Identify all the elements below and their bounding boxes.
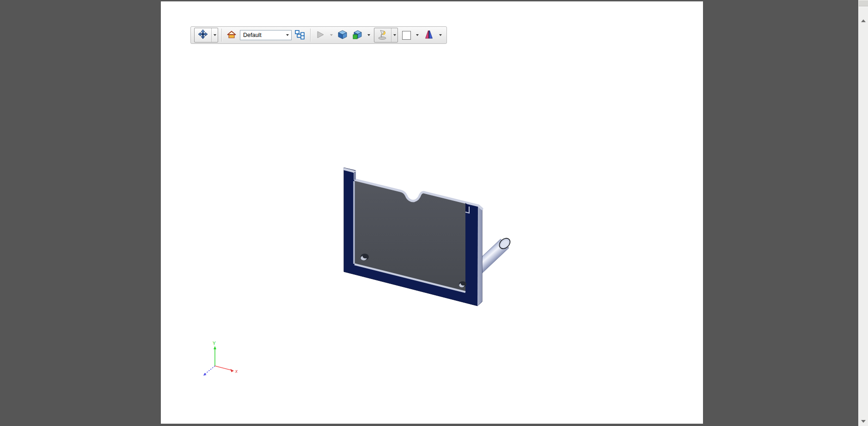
lighting-button-group [374, 28, 398, 43]
pan-button-group [194, 28, 218, 43]
cross-section-dropdown-button[interactable] [438, 28, 443, 42]
configuration-value: Default [240, 32, 283, 38]
orientation-triad: Y x [203, 341, 238, 376]
pan-button[interactable] [195, 28, 211, 42]
chevron-down-icon [439, 34, 442, 36]
chevron-down-icon [286, 34, 289, 36]
viewer-toolbar: Default [190, 26, 447, 44]
x-axis-label: x [235, 369, 238, 374]
model-viewport[interactable]: Y x [0, 0, 868, 426]
scrollbar-thumb[interactable] [859, 0, 868, 7]
display-mode-dropdown-button[interactable] [366, 28, 372, 42]
y-axis-arrow [214, 346, 216, 349]
vertical-scrollbar[interactable] [858, 0, 868, 426]
background-color-button[interactable] [400, 28, 412, 42]
configuration-tree-icon [295, 30, 306, 41]
home-button[interactable] [226, 28, 238, 42]
background-color-dropdown-button[interactable] [415, 28, 420, 42]
shaded-view-button[interactable] [336, 28, 348, 42]
home-icon [227, 30, 236, 40]
shaded-cube-icon [337, 30, 348, 41]
cross-section-icon [423, 30, 434, 41]
toolbar-separator [221, 29, 222, 42]
pan-icon [198, 29, 208, 41]
chevron-down-icon [393, 34, 396, 36]
configuration-combobox[interactable]: Default [240, 30, 292, 40]
chevron-down-icon [367, 34, 370, 36]
pan-dropdown-button[interactable] [211, 28, 218, 42]
play-icon [316, 30, 325, 41]
y-axis-label: Y [213, 341, 216, 346]
app-window: Default [0, 0, 868, 426]
configuration-dropdown-button[interactable] [283, 30, 291, 40]
lighting-dropdown-button[interactable] [391, 28, 397, 42]
lighting-button[interactable] [374, 28, 391, 42]
lamp-icon [377, 29, 388, 42]
scroll-up-button[interactable] [859, 19, 868, 22]
scroll-down-button[interactable] [859, 420, 868, 423]
chevron-down-icon [214, 34, 216, 36]
display-mode-button[interactable] [351, 28, 364, 42]
background-swatch-icon [402, 31, 411, 40]
x-axis-arrow [231, 369, 234, 372]
chevron-down-icon [330, 34, 333, 36]
arrow-down-icon [861, 420, 866, 423]
toolbar-separator [310, 29, 311, 42]
cube-green-face-icon [352, 30, 363, 41]
play-dropdown-button[interactable] [329, 28, 334, 42]
chevron-down-icon [416, 34, 419, 36]
arrow-up-icon [861, 19, 866, 22]
cross-section-button[interactable] [422, 28, 435, 42]
frame-side-face [477, 206, 482, 306]
play-animation-button[interactable] [314, 28, 326, 42]
component-tree-button[interactable] [294, 28, 307, 42]
